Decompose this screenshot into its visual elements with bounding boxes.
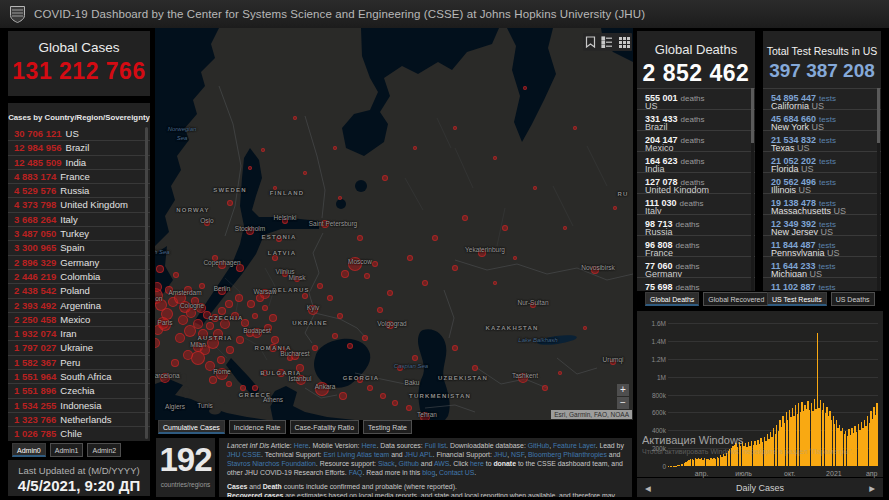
tests-row[interactable]: 45 684 660testsNew York US bbox=[763, 109, 881, 130]
world-map[interactable]: NorwegianSeath SeaCaspian SeaLake Balkha… bbox=[155, 28, 633, 420]
info-link[interactable]: Full list bbox=[425, 442, 446, 449]
deaths-row[interactable]: 111 030deathsItaly bbox=[637, 193, 755, 214]
zoom-in-button[interactable]: + bbox=[617, 384, 629, 396]
case-cluster-dot[interactable] bbox=[406, 405, 412, 411]
case-cluster-dot[interactable] bbox=[302, 293, 308, 299]
case-cluster-dot[interactable] bbox=[337, 313, 343, 319]
info-link[interactable]: Slack bbox=[378, 460, 395, 467]
cases-row[interactable]: 2 393 492Argentina bbox=[8, 299, 150, 313]
case-cluster-dot[interactable] bbox=[156, 265, 164, 273]
tests-row[interactable]: 20 562 496testsIllinois US bbox=[763, 172, 881, 193]
case-cluster-dot[interactable] bbox=[186, 308, 196, 318]
case-cluster-dot[interactable] bbox=[452, 345, 458, 351]
admin-tab-admin2[interactable]: Admin2 bbox=[87, 443, 121, 457]
case-cluster-dot[interactable] bbox=[225, 300, 233, 308]
tests-row[interactable]: 21 534 832testsTexas US bbox=[763, 130, 881, 151]
case-cluster-dot[interactable] bbox=[377, 307, 383, 313]
case-cluster-dot[interactable] bbox=[327, 295, 333, 301]
case-cluster-dot[interactable] bbox=[184, 325, 196, 337]
case-cluster-dot[interactable] bbox=[262, 305, 268, 311]
cases-row[interactable]: 30 706 121US bbox=[8, 127, 150, 141]
case-cluster-dot[interactable] bbox=[613, 206, 617, 210]
map-tab-incidence-rate[interactable]: Incidence Rate bbox=[229, 420, 286, 434]
case-cluster-dot[interactable] bbox=[183, 350, 193, 360]
case-cluster-dot[interactable] bbox=[226, 346, 234, 354]
cases-row[interactable]: 1 551 896Czechia bbox=[8, 384, 150, 398]
case-cluster-dot[interactable] bbox=[387, 290, 393, 296]
case-cluster-dot[interactable] bbox=[236, 336, 244, 344]
case-cluster-dot[interactable] bbox=[312, 345, 318, 351]
deaths-row[interactable]: 98 713deathsRussia bbox=[637, 214, 755, 235]
case-cluster-dot[interactable] bbox=[542, 385, 548, 391]
cases-row[interactable]: 1 323 766Netherlands bbox=[8, 413, 150, 427]
case-cluster-dot[interactable] bbox=[206, 322, 214, 330]
cases-row[interactable]: 2 438 542Poland bbox=[8, 284, 150, 298]
zoom-out-button[interactable]: − bbox=[617, 397, 629, 409]
cases-row[interactable]: 1 534 255Indonesia bbox=[8, 399, 150, 413]
case-cluster-dot[interactable] bbox=[235, 294, 243, 302]
case-cluster-dot[interactable] bbox=[178, 315, 188, 325]
case-cluster-dot[interactable] bbox=[462, 215, 468, 221]
admin-tab-admin1[interactable]: Admin1 bbox=[50, 443, 84, 457]
info-link[interactable]: Feature Layer bbox=[553, 442, 596, 449]
case-cluster-dot[interactable] bbox=[432, 235, 438, 241]
legend-icon[interactable] bbox=[601, 36, 613, 48]
deaths-row[interactable]: 77 060deathsGermany bbox=[637, 256, 755, 277]
tests-row[interactable]: 19 138 478testsMassachusetts US bbox=[763, 193, 881, 214]
case-cluster-dot[interactable] bbox=[583, 326, 587, 330]
case-cluster-dot[interactable] bbox=[252, 385, 258, 391]
case-cluster-dot[interactable] bbox=[339, 392, 347, 400]
case-cluster-dot[interactable] bbox=[293, 116, 297, 120]
case-cluster-dot[interactable] bbox=[341, 270, 349, 278]
case-cluster-dot[interactable] bbox=[191, 351, 205, 365]
case-cluster-dot[interactable] bbox=[573, 126, 577, 130]
case-cluster-dot[interactable] bbox=[227, 200, 233, 206]
case-cluster-dot[interactable] bbox=[269, 314, 277, 322]
cases-row[interactable]: 12 984 956Brazil bbox=[8, 141, 150, 155]
case-cluster-dot[interactable] bbox=[413, 146, 417, 150]
cases-row[interactable]: 4 373 798United Kingdom bbox=[8, 198, 150, 212]
cases-row[interactable]: 1 797 027Ukraine bbox=[8, 341, 150, 355]
admin-tab-admin0[interactable]: Admin0 bbox=[12, 443, 46, 457]
info-link[interactable]: GitHub bbox=[528, 442, 549, 449]
info-link[interactable]: JHU bbox=[494, 451, 507, 458]
case-cluster-dot[interactable] bbox=[362, 335, 368, 341]
case-cluster-dot[interactable] bbox=[513, 256, 517, 260]
info-link[interactable]: AWS bbox=[434, 460, 449, 467]
info-link[interactable]: Github bbox=[399, 460, 419, 467]
case-cluster-dot[interactable] bbox=[382, 175, 388, 181]
case-cluster-dot[interactable] bbox=[173, 272, 179, 278]
cases-row[interactable]: 4 529 576Russia bbox=[8, 184, 150, 198]
case-cluster-dot[interactable] bbox=[332, 333, 338, 339]
cases-row[interactable]: 2 896 329Germany bbox=[8, 256, 150, 270]
case-cluster-dot[interactable] bbox=[502, 225, 508, 231]
info-link[interactable]: Bloomberg Philanthropies bbox=[528, 451, 607, 458]
deaths-row[interactable]: 127 078deathsUnited Kingdom bbox=[637, 172, 755, 193]
case-cluster-dot[interactable] bbox=[533, 186, 537, 190]
deaths-row[interactable]: 96 808deathsFrance bbox=[637, 235, 755, 256]
case-cluster-dot[interactable] bbox=[472, 365, 478, 371]
case-cluster-dot[interactable] bbox=[422, 280, 428, 286]
deaths-row[interactable]: 555 001deathsUS bbox=[637, 88, 755, 109]
case-cluster-dot[interactable] bbox=[372, 261, 378, 267]
tab-global-recovered[interactable]: Global Recovered bbox=[703, 292, 769, 306]
case-cluster-dot[interactable] bbox=[333, 146, 337, 150]
info-link[interactable]: Contact US bbox=[439, 469, 474, 476]
map-tab-cumulative-cases[interactable]: Cumulative Cases bbox=[158, 420, 225, 434]
chart-prev-arrow[interactable]: ◀ bbox=[645, 484, 651, 493]
case-cluster-dot[interactable] bbox=[226, 381, 232, 387]
deaths-row[interactable]: 164 623deathsIndia bbox=[637, 151, 755, 172]
tests-row[interactable]: 54 895 447testsCalifornia US bbox=[763, 88, 881, 109]
cases-row[interactable]: 3 487 050Turkey bbox=[8, 227, 150, 241]
case-cluster-dot[interactable] bbox=[452, 265, 458, 271]
cases-list-scrollbar[interactable] bbox=[145, 127, 148, 439]
info-link[interactable]: JHU APL bbox=[405, 451, 433, 458]
info-link[interactable]: Esri Living Atlas team bbox=[323, 451, 389, 458]
cases-row[interactable]: 3 300 965Spain bbox=[8, 241, 150, 255]
case-cluster-dot[interactable] bbox=[171, 359, 179, 367]
tests-row[interactable]: 21 052 202testsFlorida US bbox=[763, 151, 881, 172]
cases-row[interactable]: 12 485 509India bbox=[8, 156, 150, 170]
tests-row[interactable]: 12 349 392testsNew Jersey US bbox=[763, 214, 881, 235]
cases-row[interactable]: 2 446 219Colombia bbox=[8, 270, 150, 284]
case-cluster-dot[interactable] bbox=[493, 281, 497, 285]
